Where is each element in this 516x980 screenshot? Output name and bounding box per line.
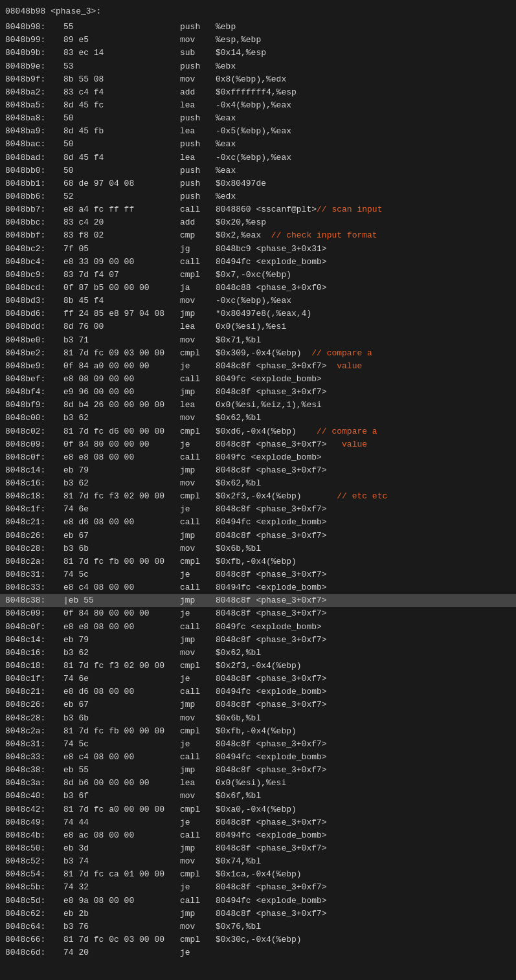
- operand: 8048c8f <phase_3+0xf7>: [216, 503, 327, 516]
- bytes: b3 76: [63, 920, 180, 933]
- comment-etc: // etc etc: [337, 490, 387, 503]
- mnemonic: cmpl: [180, 660, 216, 673]
- address: 8048c26:: [5, 529, 63, 542]
- mnemonic: je: [180, 881, 216, 894]
- address: 8048c26:: [5, 698, 63, 711]
- address: 8048c1f:: [5, 503, 63, 516]
- address: 8048b9e:: [5, 60, 63, 73]
- bytes: eb 2b: [63, 908, 180, 920]
- operand: $0x2f3,-0x4(%ebp): [216, 490, 337, 503]
- operand: -0x4(%ebp),%eax: [216, 99, 291, 112]
- operand: $0x62,%bl: [216, 477, 261, 490]
- address: 8048c09:: [5, 607, 63, 620]
- address: 8048be9:: [5, 360, 63, 373]
- address: 8048ba8:: [5, 112, 63, 125]
- address: 8048c09:: [5, 438, 63, 451]
- bytes: 52: [63, 190, 180, 203]
- table-row: 8048bc9: 83 7d f4 07 cmpl $0x7,-0xc(%ebp…: [0, 269, 516, 282]
- operand: -0x5(%ebp),%eax: [216, 125, 291, 138]
- address: 8048c3a:: [5, 777, 63, 790]
- table-row: 8048c42: 81 7d fc a0 00 00 00 cmpl $0xa0…: [0, 803, 516, 816]
- mnemonic: push: [180, 138, 216, 151]
- mnemonic: je: [180, 503, 216, 516]
- bytes: 0f 84 a0 00 00 00: [63, 360, 180, 373]
- bytes: 74 44: [63, 816, 180, 829]
- bytes: 74 5c: [63, 568, 180, 581]
- table-row: 8048c28: b3 6b mov $0x6b,%bl: [0, 712, 516, 725]
- table-row: 8048c26: eb 67 jmp 8048c8f <phase_3+0xf7…: [0, 698, 516, 711]
- bytes: e8 e8 08 00 00: [63, 451, 180, 464]
- table-row: 8048bbf: 83 f8 02 cmp $0x2,%eax // check…: [0, 229, 516, 242]
- operand: 8048c8f <phase_3+0xf7>: [216, 698, 327, 711]
- operand: -0xc(%ebp),%eax: [216, 295, 291, 307]
- operand: %ebx: [216, 60, 236, 73]
- mnemonic: lea: [180, 777, 216, 790]
- operand: $0x1ca,-0x4(%ebp): [216, 868, 302, 881]
- address: 8048c31:: [5, 738, 63, 751]
- bytes: 68 de 97 04 08: [63, 177, 180, 190]
- address: 8048c50:: [5, 842, 63, 855]
- bytes: e8 c4 08 00 00: [63, 751, 180, 764]
- bytes: e8 9a 08 00 00: [63, 895, 180, 908]
- address: 8048b9b:: [5, 47, 63, 60]
- mnemonic: mov: [180, 34, 216, 47]
- mnemonic: je: [180, 738, 216, 751]
- mnemonic: push: [180, 177, 216, 190]
- operand: 8048c8f <phase_3+0xf7>: [216, 568, 327, 581]
- bytes: 0f 84 80 00 00 00: [63, 438, 180, 451]
- address: 8048c5d:: [5, 895, 63, 908]
- operand: 8048c8f <phase_3+0xf7>: [216, 360, 337, 373]
- mnemonic: jmp: [180, 307, 216, 320]
- bytes: |eb 55: [63, 594, 180, 607]
- operand: 8048c8f <phase_3+0xf7>: [216, 529, 327, 542]
- mnemonic: mov: [180, 73, 216, 86]
- bytes: 8d b6 00 00 00 00: [63, 777, 180, 790]
- address: 8048c40:: [5, 790, 63, 803]
- table-row: 8048c38: eb 55 jmp 8048c8f <phase_3+0xf7…: [0, 764, 516, 777]
- table-row: 8048c0f: e8 e8 08 00 00 call 8049fc <exp…: [0, 451, 516, 464]
- mnemonic: call: [180, 829, 216, 842]
- table-row: 8048be9: 0f 84 a0 00 00 00 je 8048c8f <p…: [0, 360, 516, 373]
- table-row: 8048ba9: 8d 45 fb lea -0x5(%ebp),%eax: [0, 125, 516, 138]
- mnemonic: cmpl: [180, 490, 216, 503]
- address: 8048c38:: [5, 594, 63, 607]
- address: 8048bd6:: [5, 307, 63, 320]
- mnemonic: cmpl: [180, 347, 216, 360]
- operand: 80494fc <explode_bomb>: [216, 751, 327, 764]
- table-row: 8048ba5: 8d 45 fc lea -0x4(%ebp),%eax: [0, 99, 516, 112]
- operand: %esp,%ebp: [216, 34, 261, 47]
- mnemonic: jmp: [180, 842, 216, 855]
- operand: $0x14,%esp: [216, 47, 266, 60]
- bytes: e9 96 00 00 00: [63, 386, 180, 399]
- address: 8048bf9:: [5, 399, 63, 412]
- mnemonic: add: [180, 216, 216, 229]
- bytes: b3 62: [63, 647, 180, 660]
- table-row: 8048bc4: e8 33 09 00 00 call 80494fc <ex…: [0, 256, 516, 269]
- table-row: 8048bd3: 8b 45 f4 mov -0xc(%ebp),%eax: [0, 295, 516, 307]
- address: 8048c42:: [5, 803, 63, 816]
- address: 8048bc2:: [5, 243, 63, 256]
- comment-value1: value: [337, 360, 362, 373]
- bytes: 81 7d fc f3 02 00 00: [63, 660, 180, 673]
- mnemonic: call: [180, 751, 216, 764]
- table-row: 8048c33: e8 c4 08 00 00 call 80494fc <ex…: [0, 751, 516, 764]
- operand: $0x30c,-0x4(%ebp): [216, 933, 302, 946]
- operand: 8048860 <sscanf@plt>: [216, 203, 317, 216]
- operand: 8048c8f <phase_3+0xf7>: [216, 634, 327, 647]
- table-row: 8048c1f: 74 6e je 8048c8f <phase_3+0xf7>: [0, 673, 516, 685]
- bytes: b3 71: [63, 334, 180, 347]
- mnemonic: ja: [180, 282, 216, 295]
- address: 8048c1f:: [5, 673, 63, 685]
- bytes: 8b 55 08: [63, 73, 180, 86]
- table-row: 8048b9e: 53 push %ebx: [0, 60, 516, 73]
- table-row: 8048c02: 81 7d fc d6 00 00 00 cmpl $0xd6…: [0, 425, 516, 438]
- bytes: 81 7d fc 0c 03 00 00: [63, 933, 180, 946]
- bytes: 74 20: [63, 946, 180, 959]
- mnemonic: lea: [180, 399, 216, 412]
- operand: $0x2,%eax: [216, 229, 271, 242]
- address: 8048c49:: [5, 816, 63, 829]
- bytes: 8d 45 fb: [63, 125, 180, 138]
- mnemonic: je: [180, 673, 216, 685]
- mnemonic: call: [180, 256, 216, 269]
- mnemonic: je: [180, 568, 216, 581]
